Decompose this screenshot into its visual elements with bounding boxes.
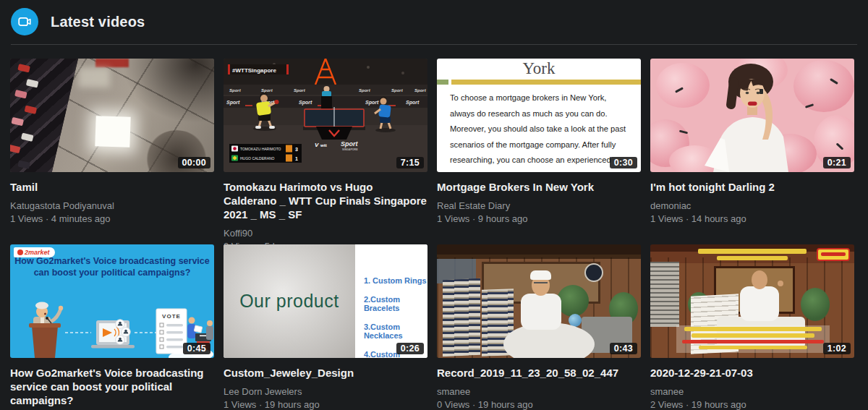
channel-link[interactable]: Lee Dorn Jewelers [224, 386, 427, 397]
duration-badge: 0:30 [610, 157, 637, 168]
duration-badge: 7:15 [396, 157, 424, 168]
slide-divider-bar [437, 80, 641, 85]
video-title-link[interactable]: Tamil [10, 180, 214, 194]
plant [801, 288, 830, 321]
politician [29, 302, 63, 359]
glasses [534, 282, 548, 283]
video-title-link[interactable]: 2020-12-29-21-07-03 [650, 366, 854, 380]
video-card: Sport Sport Sport Sport Sport Sport Spor… [224, 59, 427, 244]
video-thumbnail[interactable]: 0:21 [650, 59, 854, 172]
seated-man [752, 270, 767, 289]
video-title-link[interactable]: How Go2market's Voice broadcasting servi… [10, 366, 214, 407]
svg-text:TOMOKAZU HARIMOTO: TOMOKAZU HARIMOTO [240, 147, 281, 151]
slide-left-panel: Our product [224, 244, 355, 358]
duration-badge: 0:21 [823, 157, 851, 168]
thai-subtitle-band [676, 325, 830, 353]
video-card: 0:43 Record_2019_11_23_20_58_02_447 sman… [437, 244, 641, 410]
video-thumbnail[interactable]: Sport Sport Sport Sport Sport Sport Spor… [224, 59, 427, 172]
channel-link[interactable]: smanee [437, 386, 641, 397]
video-card: 2market How Go2market's Voice broadcasti… [10, 244, 214, 410]
hashtag-label: #WTTSingapore [228, 64, 289, 74]
channel-link[interactable]: Real Estate Diary [437, 200, 641, 211]
svg-text:Sport: Sport [414, 88, 427, 93]
video-thumbnail[interactable]: Our product 1. Custom Rings 2.Custom Bra… [224, 244, 427, 358]
duration-badge: 0:45 [183, 343, 210, 354]
video-grid: 00:00 Tamil Katugastota Podiyanuval 1 Vi… [10, 59, 858, 410]
video-camera-icon [11, 8, 38, 35]
video-thumbnail[interactable]: 00:00 [10, 59, 214, 172]
book-stack [443, 278, 480, 357]
video-title-link[interactable]: Record_2019_11_23_20_58_02_447 [437, 366, 641, 380]
duration-badge: 0:26 [396, 343, 424, 354]
duration-badge: 1:02 [823, 343, 851, 354]
slide-product-list: 1. Custom Rings 2.Custom Bracelets 3.Cus… [355, 244, 427, 358]
svg-text:#WTTSingapore: #WTTSingapore [232, 67, 276, 74]
go2market-logo: 2market [14, 247, 55, 257]
video-thumbnail[interactable]: 0:43 [437, 244, 641, 358]
video-card: 00:00 Tamil Katugastota Podiyanuval 1 Vi… [10, 59, 214, 244]
svg-text:Sport: Sport [229, 88, 242, 93]
svg-text:Sport: Sport [341, 140, 359, 148]
svg-text:Sport: Sport [365, 100, 379, 106]
video-card: Our product 1. Custom Rings 2.Custom Bra… [224, 244, 427, 410]
woman-portrait [687, 59, 817, 172]
svg-text:V: V [315, 142, 319, 148]
svg-text:Sport: Sport [299, 100, 312, 106]
video-meta: 1 Views · 4 minutes ago [10, 213, 214, 224]
slide-heading: Our product [239, 291, 339, 312]
channel-link[interactable]: Koffi90 [224, 228, 427, 239]
video-meta: 2 Views · 19 hours ago [650, 399, 854, 410]
list-item: 3.Custom Necklaces [364, 323, 427, 340]
wall-clock [584, 263, 603, 282]
video-meta: 1 Views · 9 hours ago [437, 213, 641, 224]
svg-text:Sport: Sport [226, 100, 240, 106]
thumbnail-art [113, 59, 214, 131]
video-title-link[interactable]: Tomokazu Harimoto vs Hugo Calderano _ WT… [224, 180, 427, 221]
channel-link[interactable]: Katugastota Podiyanuval [10, 200, 214, 211]
video-title-link[interactable]: Mortgage Brokers In New York [437, 180, 641, 194]
page-title: Latest videos [51, 14, 145, 30]
video-card: York To choose a mortgage brokers in New… [437, 59, 641, 244]
thumbnail-art [78, 67, 110, 87]
scoreboard: TOMOKAZU HARIMOTO 3 HUGO CALDERANO 1 [229, 144, 302, 163]
svg-text:SINGAPORE: SINGAPORE [342, 148, 358, 151]
video-thumbnail[interactable]: 2market How Go2market's Voice broadcasti… [10, 244, 214, 358]
slide-heading: How Go2market's Voice broadcasting servi… [10, 255, 214, 278]
video-thumbnail[interactable]: 1:02 [650, 244, 854, 358]
video-card: 0:21 I'm hot tonight Darling 2 demoniac … [650, 59, 854, 244]
channel-link[interactable]: demoniac [650, 200, 854, 211]
duration-badge: 0:43 [610, 343, 637, 354]
raised-hand [778, 281, 783, 286]
channel-link[interactable]: smanee [650, 386, 854, 397]
svg-text:Sport: Sport [406, 100, 420, 106]
video-title-link[interactable]: I'm hot tonight Darling 2 [650, 180, 854, 194]
thumbnail-art [650, 262, 679, 327]
svg-text:1: 1 [295, 156, 298, 161]
thumbnail-art: Sport Sport Sport Sport Sport Sport Spor… [224, 59, 427, 172]
svg-text:VOTE: VOTE [162, 313, 181, 320]
video-meta: 0 Views · 19 hours ago [437, 399, 641, 410]
channel-logo-badge [817, 248, 850, 261]
video-card: 1:02 2020-12-29-21-07-03 smanee 2 Views … [650, 244, 854, 410]
video-meta: 1 Views · 14 hours ago [650, 213, 854, 224]
svg-text:HUGO CALDERANO: HUGO CALDERANO [240, 156, 275, 161]
list-item: 2.Custom Bracelets [364, 295, 427, 312]
seated-man [521, 294, 561, 330]
svg-text:Sport: Sport [261, 88, 273, 93]
svg-text:Sport: Sport [391, 88, 404, 93]
page-header: Latest videos [11, 0, 857, 45]
logo-mark [17, 249, 23, 255]
white-cap [530, 270, 551, 280]
thai-text-overlay [698, 249, 807, 254]
seated-man [740, 286, 779, 321]
svg-text:Sport: Sport [294, 88, 306, 93]
svg-text:wtt: wtt [320, 143, 327, 148]
duration-badge: 00:00 [178, 157, 210, 168]
laptop-broadcast [91, 320, 135, 349]
plant [557, 285, 589, 317]
video-title-link[interactable]: Custom_Jeweley_Design [224, 366, 427, 380]
video-thumbnail[interactable]: York To choose a mortgage brokers in New… [437, 59, 641, 172]
svg-text:Sport: Sport [359, 88, 371, 93]
video-meta: 1 Views · 19 hours ago [224, 399, 427, 410]
thai-text-overlay [717, 256, 788, 260]
